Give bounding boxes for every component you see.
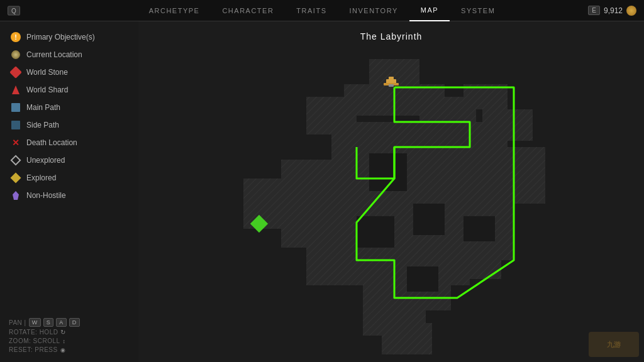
current-location-icon (10, 49, 21, 60)
currency-icon (626, 6, 636, 16)
legend-death-location: ✕ Death Location (9, 134, 138, 151)
svg-rect-26 (281, 210, 344, 248)
svg-rect-31 (407, 266, 438, 292)
world-stone-icon (10, 67, 21, 78)
nav-system[interactable]: SYSTEM (450, 0, 506, 21)
reset-control: RESET: PRESS ◉ (9, 346, 80, 353)
currency-amount: 9,912 (604, 6, 623, 15)
svg-rect-2 (389, 77, 394, 80)
map-area[interactable]: The Labyrinth (138, 21, 644, 362)
legend-primary-objective: ! Primary Objective(s) (9, 29, 138, 45)
svg-rect-19 (495, 147, 545, 204)
main-content: ! Primary Objective(s) Current Location … (0, 21, 644, 362)
side-path-icon (10, 119, 21, 131)
nav-map[interactable]: MAP (409, 0, 450, 21)
rotate-control: ROTATE: HOLD ↻ (9, 329, 80, 336)
legend-explored: Explored (9, 170, 138, 186)
explored-icon (10, 172, 21, 184)
player-marker (382, 73, 400, 93)
map-title: The Labyrinth (360, 31, 423, 41)
svg-rect-30 (464, 216, 495, 241)
legend-world-shard: World Shard (9, 82, 138, 98)
legend-non-hostile: Non-Hostile (9, 187, 138, 204)
nav-bar: Q ARCHETYPE CHARACTER TRAITS INVENTORY M… (0, 0, 644, 21)
zoom-control: ZOOM: SCROLL ↕ (9, 337, 80, 344)
svg-rect-23 (457, 248, 501, 279)
legend-side-path: Side Path (9, 117, 138, 133)
svg-rect-22 (306, 248, 357, 285)
legend-unexplored: Unexplored (9, 152, 138, 168)
legend-current-location: Current Location (9, 47, 138, 63)
world-shard-icon (10, 84, 21, 96)
svg-rect-3 (389, 84, 394, 87)
q-key-badge[interactable]: Q (8, 6, 20, 15)
svg-rect-28 (413, 204, 445, 235)
legend-world-stone: World Stone (9, 64, 138, 80)
nav-character[interactable]: CHARACTER (211, 0, 285, 21)
main-path-icon (10, 102, 21, 113)
nav-inventory[interactable]: INVENTORY (338, 0, 409, 21)
legend-panel: ! Primary Objective(s) Current Location … (0, 21, 138, 362)
e-key-badge[interactable]: E (588, 6, 600, 15)
nav-archetype[interactable]: ARCHETYPE (138, 0, 211, 21)
nav-left-key: Q (8, 6, 20, 15)
exclaim-icon: ! (10, 31, 21, 43)
svg-rect-25 (382, 323, 432, 354)
non-hostile-icon (10, 190, 21, 201)
controls-bar: PAN | W S A D ROTATE: HOLD ↻ ZOOM: SCROL… (9, 318, 80, 353)
unexplored-icon (10, 155, 21, 166)
watermark: 九游 (589, 332, 639, 357)
death-location-icon: ✕ (10, 137, 21, 148)
nav-right: E 9,912 (588, 6, 636, 16)
nav-traits[interactable]: TRAITS (285, 0, 338, 21)
legend-main-path: Main Path (9, 99, 138, 116)
svg-rect-29 (357, 216, 394, 248)
pan-control: PAN | W S A D (9, 318, 80, 327)
